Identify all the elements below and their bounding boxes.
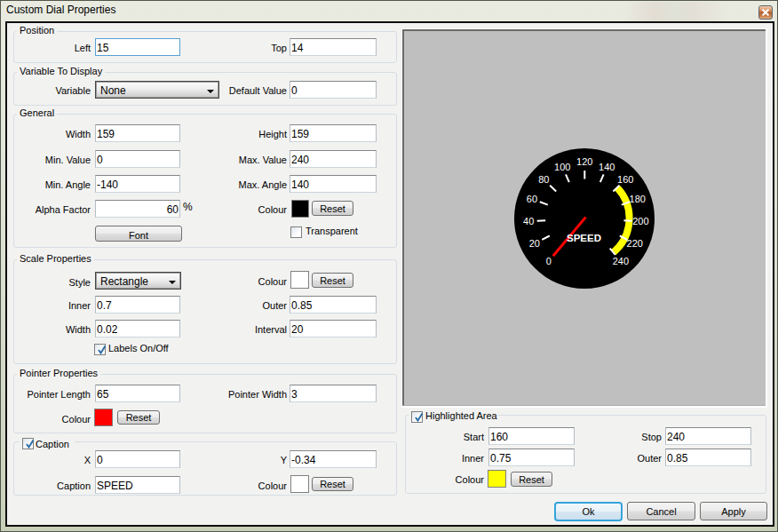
svg-text:180: 180 (630, 194, 646, 204)
svg-text:40: 40 (523, 216, 534, 226)
svg-text:0: 0 (546, 256, 552, 266)
svg-text:20: 20 (529, 238, 540, 249)
svg-text:120: 120 (576, 156, 592, 167)
svg-text:140: 140 (599, 162, 615, 172)
svg-text:220: 220 (627, 238, 643, 249)
svg-text:200: 200 (632, 216, 648, 226)
svg-text:80: 80 (538, 174, 549, 185)
svg-text:240: 240 (613, 256, 629, 266)
svg-text:160: 160 (617, 174, 633, 185)
svg-text:100: 100 (554, 162, 570, 172)
svg-text:60: 60 (527, 194, 537, 204)
svg-text:SPEED: SPEED (567, 233, 601, 243)
